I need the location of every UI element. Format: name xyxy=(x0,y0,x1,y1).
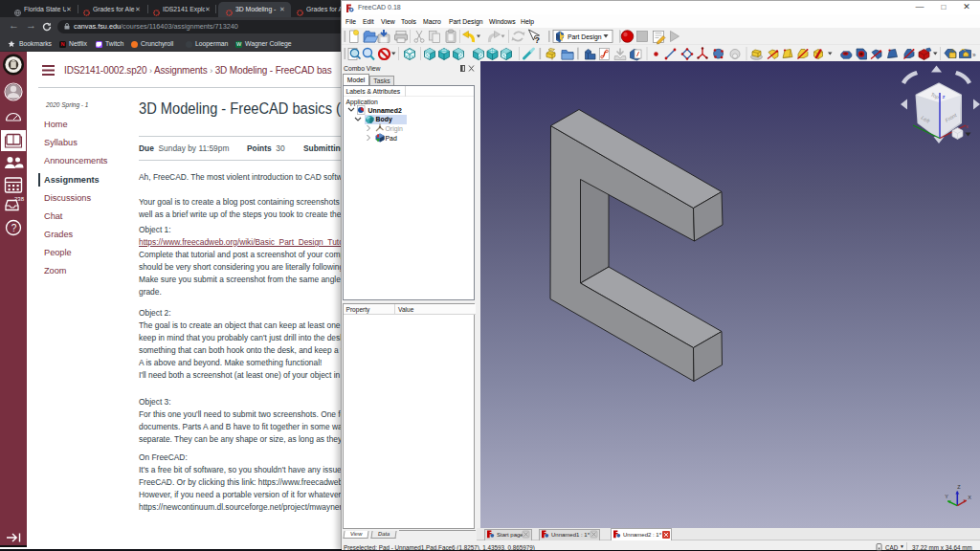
svg-text:z: z xyxy=(943,94,946,99)
svg-text:»: » xyxy=(972,52,976,58)
svg-text:Y: Y xyxy=(945,494,948,499)
svg-text:Unnamed2 : 1*: Unnamed2 : 1* xyxy=(623,532,662,538)
svg-text:Part Design: Part Design xyxy=(568,33,602,41)
svg-text:Start page: Start page xyxy=(497,532,523,538)
svg-text:x: x xyxy=(966,123,969,129)
svg-text:X: X xyxy=(968,495,971,500)
svg-text:238: 238 xyxy=(14,196,25,202)
svg-text:?: ? xyxy=(535,35,541,45)
svg-text:?: ? xyxy=(11,223,17,233)
svg-text:Unnamed1 : 1*: Unnamed1 : 1* xyxy=(551,532,590,538)
